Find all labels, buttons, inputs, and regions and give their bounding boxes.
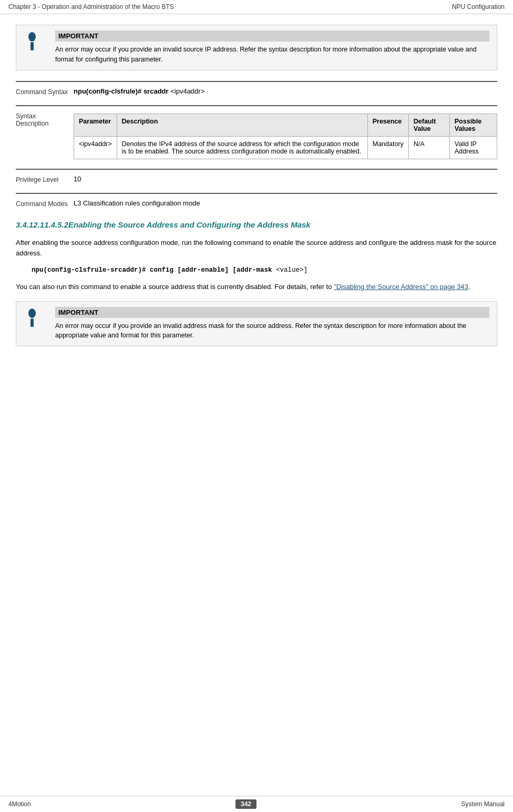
col-default-value: Default Value <box>408 114 449 136</box>
command-modes-label: Command Modes <box>16 199 74 208</box>
page-number: 342 <box>235 799 256 809</box>
important-box-2: IMPORTANT An error may occur if you prov… <box>16 301 497 347</box>
svg-point-2 <box>28 309 36 318</box>
important-title-2: IMPORTANT <box>55 307 489 318</box>
body-text-2-suffix: . <box>468 283 470 291</box>
svg-rect-3 <box>30 318 34 327</box>
body-text-2-prefix: You can also run this command to enable … <box>16 283 334 291</box>
header-left: Chapter 3 - Operation and Administration… <box>8 3 174 11</box>
disabling-source-address-link[interactable]: "Disabling the Source Address" on page 3… <box>334 283 468 291</box>
syntax-description-content: Parameter Description Presence Default V… <box>74 111 497 159</box>
syntax-description-label: Syntax Description <box>16 111 74 127</box>
command-syntax-section: Command Syntax npu(config-clsfrule)# src… <box>16 81 497 96</box>
page-header: Chapter 3 - Operation and Administration… <box>0 0 513 14</box>
footer-left: 4Motion <box>8 800 31 808</box>
svg-rect-1 <box>30 42 34 50</box>
col-parameter: Parameter <box>74 114 117 136</box>
command-modes-section: Command Modes L3 Classification rules co… <box>16 193 497 208</box>
command-syntax-bold: npu(config-clsfrule)# srcaddr <box>74 87 169 95</box>
header-right: NPU Configuration <box>452 3 505 11</box>
table-row: <ipv4addr>Denotes the IPv4 address of th… <box>74 136 497 159</box>
code-bold-part: npu(config-clsfrule-srcaddr)# config [ad… <box>32 266 272 274</box>
svg-point-0 <box>28 32 36 42</box>
syntax-description-section: Syntax Description Parameter Description… <box>16 105 497 159</box>
command-syntax-label: Command Syntax <box>16 87 74 96</box>
info-icon-1 <box>16 25 48 58</box>
important-content-1: IMPORTANT An error may occur if you prov… <box>48 25 497 70</box>
footer-right: System Manual <box>461 800 505 808</box>
table-header-row: Parameter Description Presence Default V… <box>74 114 497 136</box>
body-text-1: After enabling the source address config… <box>16 238 497 260</box>
command-modes-value: L3 Classification rules configuration mo… <box>74 199 497 207</box>
important-text-1: An error may occur if you provide an inv… <box>55 45 489 65</box>
col-description: Description <box>117 114 367 136</box>
privilege-level-value: 10 <box>74 175 497 183</box>
important-box-1: IMPORTANT An error may occur if you prov… <box>16 25 497 70</box>
important-content-2: IMPORTANT An error may occur if you prov… <box>48 302 497 346</box>
main-content: IMPORTANT An error may occur if you prov… <box>0 14 513 373</box>
section-heading: 3.4.12.11.4.5.2Enabling the Source Addre… <box>16 219 497 230</box>
code-normal-part: <value>] <box>272 266 308 274</box>
important-text-2: An error may occur if you provide an inv… <box>55 321 489 341</box>
page-footer: 4Motion 342 System Manual <box>0 796 513 812</box>
privilege-level-section: Privilege Level 10 <box>16 169 497 183</box>
body-text-2: You can also run this command to enable … <box>16 282 497 293</box>
privilege-level-label: Privilege Level <box>16 175 74 183</box>
col-possible-values: Possible Values <box>449 114 497 136</box>
important-title-1: IMPORTANT <box>55 30 489 42</box>
info-icon-2 <box>16 302 48 334</box>
command-syntax-content: npu(config-clsfrule)# srcaddr <ipv4addr> <box>74 87 497 95</box>
syntax-table: Parameter Description Presence Default V… <box>74 114 497 159</box>
code-block: npu(config-clsfrule-srcaddr)# config [ad… <box>32 265 497 275</box>
command-syntax-normal: <ipv4addr> <box>169 87 205 95</box>
col-presence: Presence <box>367 114 408 136</box>
